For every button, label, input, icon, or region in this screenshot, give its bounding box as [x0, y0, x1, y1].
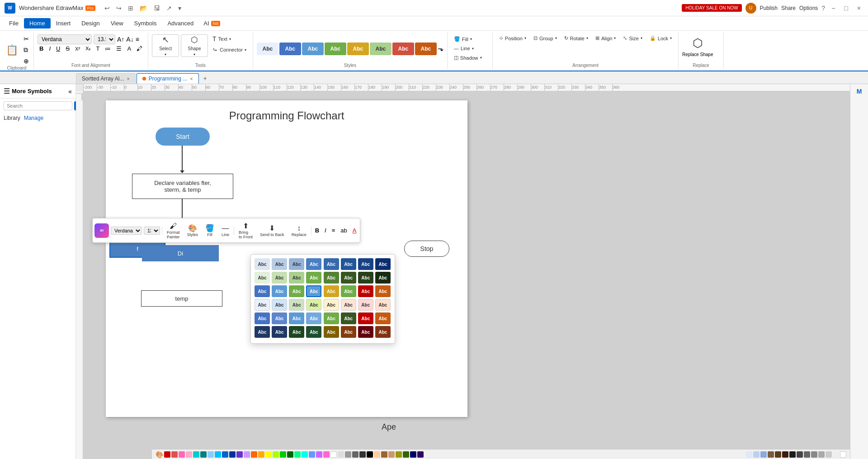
style-cell[interactable]: Abc [341, 326, 356, 338]
publish-btn[interactable]: Publish [760, 5, 778, 11]
superscript-btn[interactable]: X² [73, 45, 82, 52]
tab-programming-close[interactable]: × [190, 76, 193, 81]
color-right-8[interactable] [797, 451, 803, 458]
strikethrough-btn[interactable]: S [64, 44, 71, 53]
color-charcoal[interactable] [359, 451, 366, 458]
connector-btn[interactable]: ⤷ Connector ▾ [210, 45, 249, 54]
bring-front-btn[interactable]: ⬆ Bringto Front [236, 220, 255, 241]
menu-ai[interactable]: AI hot [199, 18, 225, 28]
color-magenta[interactable] [323, 451, 330, 458]
style-cell[interactable]: Abc [375, 285, 391, 297]
color-orange[interactable] [251, 451, 257, 458]
align-float[interactable]: ≡ [330, 226, 337, 235]
open-btn[interactable]: 📂 [138, 4, 149, 13]
style-cell[interactable]: Abc [255, 285, 270, 297]
undo-btn[interactable]: ↩ [103, 4, 112, 13]
style-cell[interactable]: Abc [358, 272, 373, 284]
text-color-float[interactable]: A [351, 226, 359, 235]
font-family-select[interactable]: Verdana [38, 34, 92, 44]
style-cell[interactable]: Abc [375, 258, 391, 270]
color-cornflower[interactable] [309, 451, 315, 458]
add-tab-btn[interactable]: + [200, 73, 211, 84]
color-lavender[interactable] [244, 451, 250, 458]
style-cell[interactable]: Abc [375, 312, 391, 324]
share-btn[interactable]: Share [781, 5, 796, 11]
search-input[interactable] [4, 101, 72, 110]
style-cell[interactable]: Abc [272, 258, 287, 270]
more-btn[interactable]: ▾ [176, 4, 183, 13]
style-cell[interactable]: Abc [272, 285, 287, 297]
color-right-3[interactable] [760, 451, 767, 458]
style-cell[interactable]: Abc [272, 312, 287, 324]
tab-programming[interactable]: Programming ... × [137, 73, 199, 84]
color-right-2[interactable] [753, 451, 760, 458]
color-right-7[interactable] [789, 451, 796, 458]
paste-btn[interactable]: 📋 [4, 43, 20, 57]
redo-btn[interactable]: ↪ [114, 4, 123, 13]
italic-btn[interactable]: I [47, 44, 52, 53]
minimize-btn[interactable]: − [829, 5, 838, 12]
lock-btn[interactable]: 🔒Lock▾ [647, 34, 675, 42]
color-teal[interactable] [200, 451, 207, 458]
tab-sorted-array[interactable]: Sortted Array Al... × [76, 73, 136, 84]
style-cell[interactable]: Abc [255, 258, 270, 270]
color-skyblue[interactable] [215, 451, 221, 458]
style-cell[interactable]: Abc [306, 299, 321, 311]
style-cell[interactable]: Abc [324, 299, 339, 311]
color-mint[interactable] [294, 451, 301, 458]
style-cell[interactable]: Abc [289, 326, 304, 338]
stop-shape[interactable]: Stop [404, 241, 449, 257]
style-swatch-6[interactable]: Abc [370, 43, 392, 55]
size-btn[interactable]: ⤡Size▾ [620, 34, 645, 42]
format-painter-btn[interactable]: 🖌 FormatPainter [164, 221, 183, 241]
color-lightpink[interactable] [186, 451, 192, 458]
style-cell[interactable]: Abc [272, 299, 287, 311]
style-cell[interactable]: Abc [341, 258, 356, 270]
color-tan[interactable] [388, 451, 395, 458]
text-align-btn[interactable]: ≡ [136, 36, 139, 43]
style-cell[interactable]: Abc [255, 326, 270, 338]
style-cell[interactable]: Abc [341, 299, 356, 311]
text-btn[interactable]: T [94, 44, 101, 53]
color-violet[interactable] [316, 451, 322, 458]
style-swatch-1[interactable]: Abc [257, 43, 278, 55]
canvas-container[interactable]: -200 -30 -10 0 10 20 30 40 50 60 70 80 9… [76, 84, 850, 459]
color-darkgreen[interactable] [287, 451, 293, 458]
color-right-14[interactable] [840, 451, 846, 458]
color-lightblue[interactable] [208, 451, 214, 458]
float-font-select[interactable]: Verdana [111, 227, 142, 235]
subscript-btn[interactable]: X₂ [84, 45, 92, 52]
style-cell[interactable]: Abc [324, 258, 339, 270]
style-cell[interactable]: Abc [306, 285, 321, 297]
declare-shape[interactable]: Declare variables fter,sterm, & temp [132, 174, 233, 199]
bold-float[interactable]: B [313, 226, 321, 235]
style-swatch-5[interactable]: Abc [347, 43, 369, 55]
styles-btn-float[interactable]: 🎨 Styles [184, 222, 201, 238]
cut-btn[interactable]: ✂ [23, 34, 30, 43]
menu-advanced[interactable]: Advanced [162, 18, 199, 28]
color-red[interactable] [164, 451, 170, 458]
float-size-select[interactable]: 13.5 [144, 227, 160, 235]
color-right-1[interactable] [746, 451, 752, 458]
color-lime[interactable] [273, 451, 279, 458]
style-cell[interactable]: Abc [289, 312, 304, 324]
color-right-11[interactable] [818, 451, 825, 458]
style-cell[interactable]: Abc [324, 272, 339, 284]
line-btn-float[interactable]: — Line [219, 223, 232, 238]
color-olive[interactable] [396, 451, 402, 458]
clone-btn[interactable]: ⊕ [23, 57, 30, 66]
replace-btn-float[interactable]: ↕ Replace [289, 223, 309, 238]
color-right-5[interactable] [775, 451, 781, 458]
style-cell[interactable]: Abc [358, 326, 373, 338]
color-lightgray[interactable] [338, 451, 344, 458]
style-dropdown[interactable]: Abc Abc Abc Abc Abc Abc Abc Abc Abc Abc … [250, 254, 395, 344]
style-cell[interactable]: Abc [306, 258, 321, 270]
color-darkblue[interactable] [229, 451, 236, 458]
color-right-6[interactable] [782, 451, 788, 458]
font-decrease-btn[interactable]: A↓ [126, 36, 133, 43]
color-darkgray[interactable] [352, 451, 359, 458]
menu-symbols[interactable]: Symbols [129, 18, 162, 28]
style-cell[interactable]: Abc [341, 312, 356, 324]
maximize-btn[interactable]: □ [841, 5, 850, 12]
color-pink[interactable] [171, 451, 178, 458]
